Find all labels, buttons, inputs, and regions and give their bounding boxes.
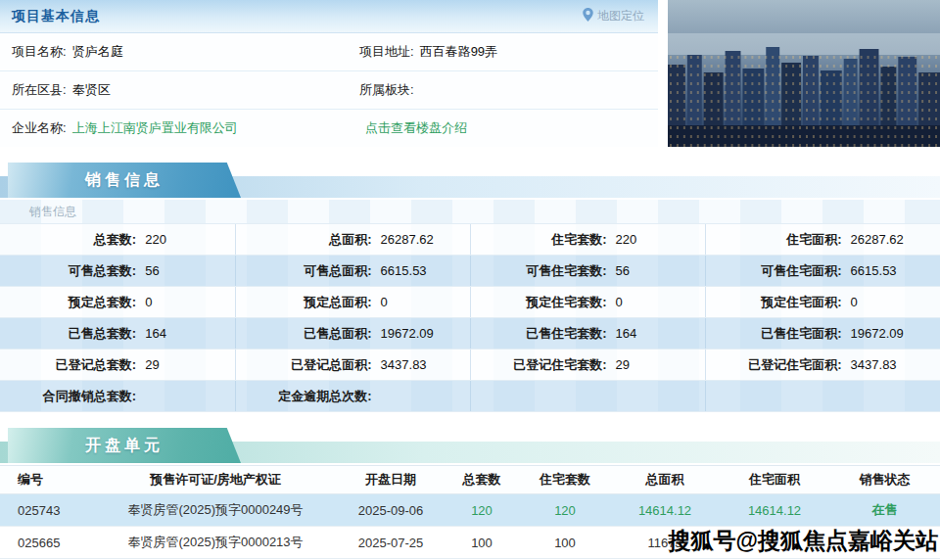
sales-field-value: 0 <box>607 295 705 309</box>
info-field-link[interactable]: 点击查看楼盘介绍 <box>365 119 467 137</box>
sales-field-label: 住宅套数: <box>471 231 607 249</box>
sales-field-value: 19672.09 <box>842 326 940 341</box>
sales-field: 已售总面积:19672.09 <box>235 318 470 349</box>
info-field-value: 贤庐名庭 <box>72 43 123 61</box>
sales-field: 总套数:220 <box>0 224 235 255</box>
info-field: 点击查看楼盘介绍 <box>350 119 658 137</box>
project-fields: 项目名称:贤庐名庭项目地址:西百春路99弄所在区县:奉贤区所属板块:企业名称:上… <box>0 33 658 147</box>
sales-field-label: 定金逾期总次数: <box>236 388 372 405</box>
sales-field-value: 19672.09 <box>372 326 470 341</box>
sales-field-value: 26287.62 <box>372 232 470 247</box>
units-cell: 100 <box>520 536 610 550</box>
sales-row: 总套数:220总面积:26287.62住宅套数:220住宅面积:26287.62 <box>0 223 940 255</box>
sales-field: 已售住宅面积:19672.09 <box>705 318 940 349</box>
sales-field-value: 26287.62 <box>842 232 940 247</box>
sales-field <box>470 381 705 411</box>
info-field: 项目地址:西百春路99弄 <box>350 43 658 61</box>
sales-field: 已登记总面积:3437.83 <box>235 350 470 380</box>
sales-field: 可售总套数:56 <box>0 256 235 286</box>
map-locate-link[interactable]: 地图定位 <box>583 8 644 24</box>
sales-field-label: 预定住宅套数: <box>471 294 607 311</box>
sales-row: 合同撤销总套数:定金逾期总次数: <box>0 380 940 412</box>
sales-row: 预定总套数:0预定总面积:0预定住宅套数:0预定住宅面积:0 <box>0 286 940 317</box>
sales-field-label: 已登记总套数: <box>0 356 136 374</box>
sales-field-label: 已售住宅面积: <box>706 325 842 343</box>
sales-field <box>705 381 940 411</box>
info-field: 所属板块: <box>350 81 658 99</box>
sales-field-value: 0 <box>136 295 235 309</box>
sales-field: 可售住宅套数:56 <box>470 256 705 286</box>
info-field-label: 所在区县: <box>12 81 67 99</box>
sales-field: 预定住宅套数:0 <box>470 287 705 317</box>
sales-field: 合同撤销总套数: <box>0 381 235 411</box>
units-col-header: 住宅套数 <box>520 471 610 489</box>
sales-table: 总套数:220总面积:26287.62住宅套数:220住宅面积:26287.62… <box>0 223 940 412</box>
sales-field-label: 预定总面积: <box>236 294 372 311</box>
units-cell: 2025-09-06 <box>338 503 444 518</box>
sales-field: 住宅套数:220 <box>470 224 705 255</box>
sales-field-value: 164 <box>136 326 235 341</box>
units-table-header: 编号预售许可证/房地产权证开盘日期总套数住宅套数总面积住宅面积销售状态 <box>0 465 940 494</box>
sales-field: 可售住宅面积:6615.53 <box>705 256 940 286</box>
sales-field-value: 3437.83 <box>842 357 940 372</box>
info-field: 项目名称:贤庐名庭 <box>0 43 350 61</box>
sales-field-label: 已登记住宅面积: <box>706 356 842 374</box>
sales-field-value: 56 <box>607 263 705 278</box>
sales-field: 可售总面积:6615.53 <box>235 256 470 286</box>
sales-field-label: 可售住宅套数: <box>471 262 607 280</box>
units-cell: 奉贤房管(2025)预字0000249号 <box>93 501 338 519</box>
sales-field-label: 合同撤销总套数: <box>0 388 136 405</box>
sales-field: 已售总套数:164 <box>0 318 235 349</box>
units-col-header: 住宅面积 <box>720 471 829 489</box>
sales-field: 定金逾期总次数: <box>235 381 470 411</box>
sales-row: 已登记总套数:29已登记总面积:3437.83已登记住宅套数:29已登记住宅面积… <box>0 349 940 380</box>
sales-field-value: 29 <box>607 357 705 372</box>
sales-field: 已登记总套数:29 <box>0 350 235 380</box>
sales-field-value: 6615.53 <box>372 263 470 278</box>
info-field-value: 奉贤区 <box>72 81 111 99</box>
sales-field-value: 0 <box>842 295 940 309</box>
sales-info-ribbon: 销售信息 <box>8 163 241 198</box>
info-row: 项目名称:贤庐名庭项目地址:西百春路99弄 <box>0 33 658 71</box>
watermark: 搜狐号@搜狐焦点嘉峪关站 <box>669 526 938 556</box>
project-photo <box>668 0 940 147</box>
map-pin-icon <box>583 8 593 24</box>
sales-field: 已售住宅套数:164 <box>470 318 705 349</box>
sales-field-value: 6615.53 <box>842 263 940 278</box>
sales-field-value: 0 <box>372 295 470 309</box>
sales-field: 预定总套数:0 <box>0 287 235 317</box>
units-cell: 14614.12 <box>720 503 829 518</box>
sales-field-value: 3437.83 <box>372 357 470 372</box>
project-basic-info-left: 项目基本信息 地图定位 项目名称:贤庐名庭项目地址:西百春路99弄所在区县:奉贤… <box>0 0 658 147</box>
units-col-header: 总套数 <box>444 471 520 489</box>
page: 项目基本信息 地图定位 项目名称:贤庐名庭项目地址:西百春路99弄所在区县:奉贤… <box>0 0 940 559</box>
sales-field-label: 已售总套数: <box>0 325 136 343</box>
sales-field-label: 可售总套数: <box>0 262 136 280</box>
sales-field-label: 已售住宅套数: <box>471 325 607 343</box>
units-cell: 120 <box>444 503 520 518</box>
sales-field-label: 可售住宅面积: <box>706 262 842 280</box>
units-cell: 025665 <box>0 536 93 550</box>
info-field-label: 项目地址: <box>359 43 414 61</box>
sales-field-label: 预定住宅面积: <box>706 294 842 311</box>
units-cell: 2025-07-25 <box>338 536 444 550</box>
sales-field: 已登记住宅面积:3437.83 <box>705 350 940 380</box>
sales-field-value: 56 <box>136 263 235 278</box>
info-field: 企业名称:上海上江南贤庐置业有限公司 <box>0 119 350 137</box>
sales-info-section: 销售信息 销售信息 总套数:220总面积:26287.62住宅套数:220住宅面… <box>0 161 940 412</box>
units-cell: 025743 <box>0 503 93 518</box>
info-field-link[interactable]: 上海上江南贤庐置业有限公司 <box>72 119 238 137</box>
project-basic-info-header: 项目基本信息 地图定位 <box>0 0 658 33</box>
units-cell: 14614.12 <box>610 503 720 518</box>
sales-field-label: 住宅面积: <box>706 231 842 249</box>
map-locate-label: 地图定位 <box>597 8 644 24</box>
info-field-label: 所属板块: <box>359 81 414 99</box>
units-row[interactable]: 025743奉贤房管(2025)预字0000249号2025-09-061201… <box>0 494 940 527</box>
sales-field: 已登记住宅套数:29 <box>470 350 705 380</box>
sales-field-label: 已售总面积: <box>236 325 372 343</box>
units-col-header: 开盘日期 <box>338 471 444 489</box>
info-field: 所在区县:奉贤区 <box>0 81 350 99</box>
info-row: 所在区县:奉贤区所属板块: <box>0 71 658 110</box>
units-cell: 奉贤房管(2025)预字0000213号 <box>93 534 338 551</box>
sales-field: 预定住宅面积:0 <box>705 287 940 317</box>
